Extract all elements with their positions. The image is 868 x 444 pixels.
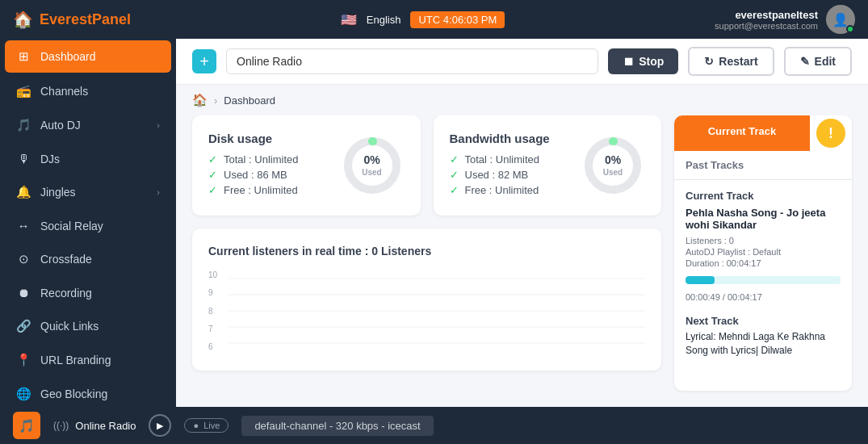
disk-used-sub: Used	[362, 168, 381, 177]
flag-icon: 🇺🇸	[341, 12, 357, 27]
jingles-icon: 🔔	[16, 185, 31, 199]
crossfade-icon: ⊙	[16, 252, 31, 266]
stop-label: Stop	[639, 55, 664, 68]
sidebar-label-quick-links: Quick Links	[40, 320, 99, 333]
edit-icon: ✎	[800, 55, 810, 68]
social-relay-icon: ↔	[16, 219, 31, 232]
sidebar-label-djs: DJs	[40, 153, 60, 165]
bottom-bar: 🎵 ((·)) Online Radio ▶ ● Live default-ch…	[0, 407, 868, 444]
topbar-center: 🇺🇸 English UTC 4:06:03 PM	[341, 11, 505, 28]
bw-free-check-icon: ✓	[450, 184, 459, 196]
current-track-info: Pehla Nasha Song - Jo jeeta wohi Sikanda…	[674, 207, 852, 268]
sidebar-item-crossfade[interactable]: ⊙ Crossfade	[0, 242, 176, 276]
sidebar-item-social-relay[interactable]: ↔ Social Relay	[0, 209, 176, 242]
sidebar-item-jingles[interactable]: 🔔 Jingles ›	[0, 175, 176, 209]
bw-total-label: Total : Unlimited	[465, 153, 539, 165]
restart-button[interactable]: ↻ Restart	[688, 47, 774, 76]
progress-bar	[686, 276, 841, 284]
left-column: Disk usage ✓ Total : Unlimited ✓ Used : …	[192, 115, 661, 391]
avatar-wrap: 👤	[826, 5, 855, 34]
disk-donut-label: 0% Used	[362, 153, 381, 178]
sidebar-item-url-branding[interactable]: 📍 URL Branding	[0, 343, 176, 377]
bandwidth-usage-info: Bandwidth usage ✓ Total : Unlimited ✓ Us…	[450, 132, 550, 199]
edit-button[interactable]: ✎ Edit	[784, 47, 852, 76]
sidebar-item-djs[interactable]: 🎙 DJs	[0, 142, 176, 175]
support-email: support@everestcast.com	[715, 21, 818, 31]
disk-donut-chart: 0% Used	[340, 133, 405, 198]
disk-used-stat: ✓ Used : 86 MB	[208, 169, 298, 181]
stop-button[interactable]: ⏹ Stop	[608, 48, 678, 74]
home-icon[interactable]: 🏠	[192, 93, 208, 107]
disk-total-label: Total : Unlimited	[224, 153, 298, 165]
y-label-10: 10	[208, 270, 217, 279]
bw-used-stat: ✓ Used : 82 MB	[450, 169, 550, 181]
disk-usage-title: Disk usage	[208, 132, 298, 145]
track-listeners: Listeners : 0	[686, 236, 841, 245]
sidebar-label-social-relay: Social Relay	[40, 220, 103, 232]
play-button[interactable]: ▶	[149, 414, 171, 437]
live-label: Live	[203, 421, 220, 430]
time-badge: UTC 4:06:03 PM	[410, 11, 505, 28]
restart-icon: ↻	[704, 55, 714, 68]
disk-usage-card: Disk usage ✓ Total : Unlimited ✓ Used : …	[192, 115, 421, 216]
autodj-icon: 🎵	[16, 118, 31, 132]
tab-past-tracks[interactable]: Past Tracks	[674, 151, 852, 180]
tab-current-track[interactable]: Current Track	[674, 115, 810, 151]
disk-used-check-icon: ✓	[208, 169, 217, 181]
bw-total-check-icon: ✓	[450, 153, 459, 165]
disk-free-stat: ✓ Free : Unlimited	[208, 184, 298, 196]
add-station-button[interactable]: +	[192, 49, 216, 73]
geo-blocking-icon: 🌐	[16, 387, 31, 401]
warning-icon: !	[816, 119, 845, 148]
logo-part1: Everest	[40, 11, 92, 27]
bottom-station-icon: 🎵	[13, 412, 40, 439]
sidebar-item-recording[interactable]: ⏺ Recording	[0, 276, 176, 309]
sidebar-item-autodj[interactable]: 🎵 Auto DJ ›	[0, 108, 176, 142]
next-track-section-title: Next Track	[674, 308, 852, 330]
sidebar-item-quick-links[interactable]: 🔗 Quick Links	[0, 309, 176, 343]
logo-icon: 🏠	[13, 10, 33, 29]
sidebar-label-geo-blocking: Geo Blocking	[40, 387, 107, 400]
sidebar-label-recording: Recording	[40, 287, 92, 299]
right-column: Current Track ! Past Tracks Current Trac…	[674, 115, 852, 391]
user-info: everestpaneltest support@everestcast.com…	[715, 5, 855, 34]
autodj-chevron-icon: ›	[157, 120, 160, 130]
sidebar-item-channels[interactable]: 📻 Channels	[0, 74, 176, 108]
jingles-chevron-icon: ›	[157, 187, 160, 197]
disk-free-label: Free : Unlimited	[224, 184, 298, 196]
listeners-chart-svg	[229, 270, 645, 351]
logo-part2: Panel	[92, 11, 131, 27]
current-track-section-title: Current Track	[674, 180, 852, 207]
bw-free-label: Free : Unlimited	[465, 184, 539, 196]
breadcrumb-separator: ›	[214, 94, 217, 107]
radio-wave-icon: ((·))	[53, 420, 69, 431]
bw-used-sub: Used	[603, 168, 623, 177]
dashboard-content: Disk usage ✓ Total : Unlimited ✓ Used : …	[176, 115, 868, 407]
quick-links-icon: 🔗	[16, 319, 31, 333]
sidebar-item-geo-blocking[interactable]: 🌐 Geo Blocking	[0, 377, 176, 407]
music-icon: 🎵	[19, 418, 35, 434]
url-branding-icon: 📍	[16, 353, 31, 367]
bw-donut-chart: 0% Used	[581, 133, 645, 198]
track-playlist: AutoDJ Playlist : Default	[686, 247, 841, 257]
track-tabs: Current Track !	[674, 115, 852, 151]
station-select[interactable]: Online Radio	[226, 48, 598, 74]
sidebar-item-dashboard[interactable]: ⊞ Dashboard	[5, 40, 171, 73]
sidebar-label-crossfade: Crossfade	[40, 253, 92, 266]
breadcrumb: 🏠 › Dashboard	[176, 85, 868, 115]
disk-total-stat: ✓ Total : Unlimited	[208, 153, 298, 165]
language-label: English	[367, 14, 401, 26]
track-name: Pehla Nasha Song - Jo jeeta wohi Sikanda…	[686, 207, 841, 231]
breadcrumb-current: Dashboard	[224, 94, 275, 107]
usage-row: Disk usage ✓ Total : Unlimited ✓ Used : …	[192, 115, 661, 216]
main-layout: ⊞ Dashboard 📻 Channels 🎵 Auto DJ › 🎙 DJs…	[0, 39, 868, 407]
live-dot-icon: ●	[193, 421, 199, 430]
username: everestpaneltest	[715, 9, 818, 21]
disk-free-check-icon: ✓	[208, 184, 217, 196]
online-status-dot	[846, 25, 854, 33]
bottom-station-name: Online Radio	[75, 420, 136, 432]
disk-used-label: Used : 86 MB	[224, 169, 287, 181]
chart-plot	[229, 270, 645, 354]
edit-label: Edit	[815, 55, 836, 68]
restart-label: Restart	[719, 55, 757, 68]
